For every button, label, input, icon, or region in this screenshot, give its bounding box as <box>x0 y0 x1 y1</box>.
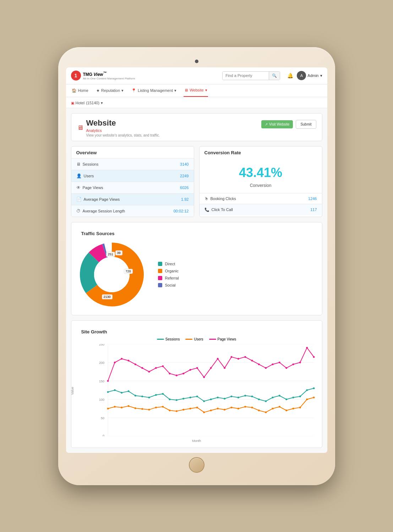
click-to-call-label: 📞 Click To Call <box>204 207 233 212</box>
chart-dot <box>189 369 191 371</box>
chart-dot <box>306 398 308 400</box>
legend-referral: Referral <box>158 276 179 280</box>
avg-session-icon: ⏱ <box>76 209 81 214</box>
legend-sessions: Sessions <box>157 337 180 341</box>
chart-dot <box>203 411 205 413</box>
chart-dot <box>224 398 225 399</box>
chart-dot <box>265 411 267 413</box>
chart-dot <box>285 409 287 411</box>
users-label: 👤 Users <box>76 173 94 178</box>
submit-button[interactable]: Submit <box>296 120 316 129</box>
main-content: 🖥 Website Analytics View your website's … <box>66 108 327 453</box>
donut-svg <box>76 239 147 310</box>
page-description: View your website's analytics, stats, an… <box>86 133 160 137</box>
conversion-label: Conversion <box>200 183 322 193</box>
chart-dot <box>155 394 157 396</box>
nav-item-home[interactable]: 🏠 Home <box>71 88 89 93</box>
chart-dot <box>292 397 294 398</box>
donut-label-organic: 2130 <box>102 294 113 299</box>
legend-dot-social <box>158 283 162 287</box>
page-title: Website <box>86 118 160 128</box>
breadcrumb[interactable]: ▣ Hotel (15140) ▾ <box>71 101 103 105</box>
chart-dot <box>196 367 198 369</box>
svg-point-4 <box>94 257 130 292</box>
overview-panel: Overview 🖥 Sessions 3140 👤 Users <box>71 146 194 217</box>
booking-clicks-label: 🖱 Booking Clicks <box>204 196 236 201</box>
site-growth-panel: Site Growth Sessions Users Page Views <box>71 320 322 448</box>
donut-chart: 720 251 39 2130 <box>76 239 147 310</box>
chart-dot <box>162 406 164 408</box>
growth-svg: 250 200 150 100 50 0 2021-10-092021-10-1… <box>91 344 317 436</box>
chart-dot <box>299 406 301 408</box>
user-dropdown-arrow[interactable]: ▾ <box>320 73 322 78</box>
avg-pageviews-value: 1.92 <box>181 197 189 201</box>
donut-label-social: 39 <box>115 250 122 255</box>
legend-organic: Organic <box>158 269 179 273</box>
legend-pageviews: Page Views <box>209 337 236 341</box>
chart-dot <box>299 361 301 363</box>
listing-dropdown-arrow: ▾ <box>174 88 176 93</box>
property-search-bar[interactable]: 🔍 <box>222 71 280 80</box>
chart-dot <box>313 397 315 398</box>
booking-clicks-row: 🖱 Booking Clicks 1246 <box>200 193 322 204</box>
nav-reputation-label: Reputation <box>101 88 120 93</box>
chart-dot <box>182 372 184 374</box>
home-button[interactable] <box>189 457 204 473</box>
chart-dot <box>258 363 260 365</box>
nav-item-website[interactable]: 🖥 Website ▾ <box>184 84 208 97</box>
booking-clicks-value: 1246 <box>308 196 317 201</box>
sessions-icon: 🖥 <box>76 162 81 167</box>
pin-icon: 📍 <box>131 88 136 93</box>
chart-dot <box>155 406 157 408</box>
chart-dot <box>272 397 273 398</box>
tablet-screen: 1 TMG View™ All-In-One Content Managemen… <box>66 67 327 453</box>
chart-dot <box>162 365 164 367</box>
visit-website-button[interactable]: ↗ Visit Website <box>261 120 293 128</box>
svg-text:100: 100 <box>99 398 104 401</box>
chart-dot <box>210 367 212 369</box>
legend-line-sessions <box>157 339 164 340</box>
pageviews-row: 👁 Page Views 6026 <box>71 182 194 193</box>
chart-line <box>108 348 314 381</box>
chart-dot <box>224 367 225 369</box>
breadcrumb-dropdown-arrow: ▾ <box>101 101 103 105</box>
brand-name-italic: View <box>94 72 103 77</box>
nav-item-reputation[interactable]: ★ Reputation ▾ <box>95 88 124 93</box>
legend-line-users <box>185 339 192 340</box>
chart-dot <box>217 397 218 398</box>
user-label: Admin <box>307 73 318 78</box>
legend-social: Social <box>158 283 179 287</box>
chart-dot <box>121 358 122 360</box>
breadcrumb-label: Hotel <box>76 101 85 105</box>
svg-text:150: 150 <box>99 379 104 383</box>
chart-dot <box>175 374 177 376</box>
overview-title: Overview <box>71 146 194 158</box>
nav-item-listing[interactable]: 📍 Listing Management ▾ <box>131 88 177 93</box>
svg-text:50: 50 <box>100 416 104 420</box>
chart-dot <box>251 360 253 361</box>
chart-dot <box>148 371 150 372</box>
legend-users: Users <box>185 337 203 341</box>
chart-dot <box>292 363 294 365</box>
page-title-left: 🖥 Website Analytics View your website's … <box>77 118 160 137</box>
chart-dot <box>141 367 143 369</box>
chart-dot <box>285 367 287 369</box>
users-row: 👤 Users 2249 <box>71 170 194 182</box>
sessions-label: 🖥 Sessions <box>76 162 99 167</box>
search-input[interactable] <box>223 72 269 79</box>
chart-dot <box>272 408 273 409</box>
nav-website-label: Website <box>190 88 204 92</box>
x-axis-label: Month <box>76 439 317 443</box>
chart-dot <box>182 409 184 410</box>
chart-dot <box>278 406 280 408</box>
chart-dot <box>272 363 273 365</box>
brand-name: TMG View™ <box>83 71 135 77</box>
search-button[interactable]: 🔍 <box>269 72 280 80</box>
chart-dot <box>265 367 267 369</box>
click-to-call-row: 📞 Click To Call 117 <box>200 204 322 215</box>
chart-dot <box>114 406 115 408</box>
chart-dot <box>127 405 129 407</box>
website-page-icon: 🖥 <box>77 124 83 132</box>
chart-dot <box>299 395 301 397</box>
notification-bell-button[interactable]: 🔔 <box>287 73 293 78</box>
